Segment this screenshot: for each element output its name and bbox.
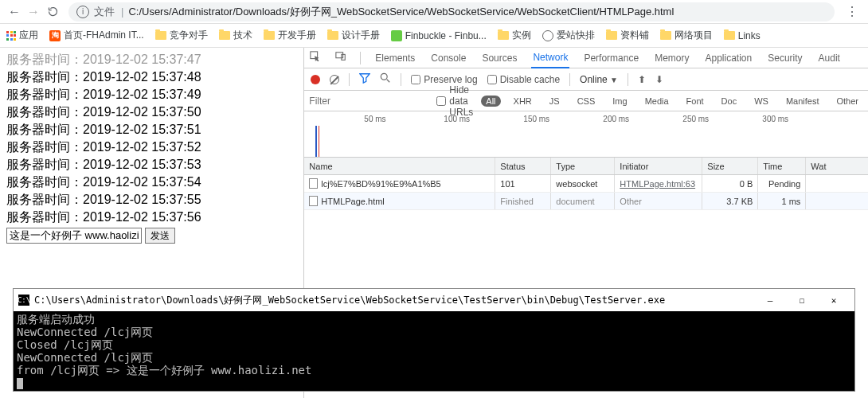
- server-time-line: 服务器时间：2019-12-02 15:37:55: [6, 191, 297, 209]
- folder-icon: [264, 31, 275, 40]
- server-time-line: 服务器时间：2019-12-02 15:37:53: [6, 156, 297, 174]
- globe-icon: [542, 30, 553, 41]
- tab-elements[interactable]: Elements: [373, 48, 416, 68]
- tab-network[interactable]: Network: [531, 48, 569, 68]
- filter-input[interactable]: [309, 96, 428, 107]
- initiator-link[interactable]: HTMLPage.html:63: [620, 179, 695, 189]
- network-row[interactable]: lcj%E7%BD%91%E9%A1%B5 101 websocket HTML…: [304, 175, 868, 193]
- folder-icon: [606, 31, 617, 40]
- filter-manifest[interactable]: Manifest: [781, 96, 824, 107]
- send-button[interactable]: 发送: [145, 228, 175, 244]
- filter-css[interactable]: CSS: [573, 96, 600, 107]
- back-button[interactable]: ←: [5, 2, 24, 21]
- bookmark-item[interactable]: Links: [724, 30, 760, 41]
- browser-toolbar: ← → i 文件 | C:/Users/Administrator/Downlo…: [0, 0, 868, 24]
- upload-icon[interactable]: ⬆: [638, 74, 646, 85]
- timeline-marker: [315, 126, 317, 157]
- minimize-button[interactable]: —: [754, 289, 786, 311]
- devtools-tab-bar: Elements Console Sources Network Perform…: [304, 48, 868, 68]
- filter-all[interactable]: All: [481, 96, 500, 107]
- col-status[interactable]: Status: [495, 158, 551, 174]
- search-icon[interactable]: [380, 72, 391, 86]
- filter-js[interactable]: JS: [545, 96, 565, 107]
- bookmark-item[interactable]: 资料铺: [606, 29, 649, 42]
- server-time-line: 服务器时间：2019-12-02 15:37:56: [6, 209, 297, 226]
- tab-performance[interactable]: Performance: [582, 48, 640, 68]
- tab-security[interactable]: Security: [766, 48, 803, 68]
- col-name[interactable]: Name: [304, 158, 495, 174]
- tab-audits[interactable]: Audit: [817, 48, 842, 68]
- online-dropdown[interactable]: Online ▼: [580, 74, 618, 85]
- folder-icon: [660, 31, 671, 40]
- bookmark-item[interactable]: Finbuckle - Finbu...: [391, 30, 487, 41]
- bookmark-item[interactable]: 淘首页-FHAdmin IT...: [49, 29, 144, 42]
- filter-media[interactable]: Media: [640, 96, 674, 107]
- bookmark-item[interactable]: 爱站快排: [542, 29, 595, 42]
- server-time-line: 服务器时间：2019-12-02 15:37:52: [6, 139, 297, 156]
- clear-button[interactable]: [330, 75, 339, 84]
- console-window: C:\ C:\Users\Administrator\Downloads\好例子…: [13, 288, 855, 392]
- network-timeline[interactable]: 50 ms 100 ms 150 ms 200 ms 250 ms 300 ms: [304, 111, 868, 158]
- preserve-log-checkbox[interactable]: Preserve log: [411, 74, 477, 85]
- close-button[interactable]: ✕: [818, 289, 850, 311]
- network-filter-bar: Hide data URLs All XHR JS CSS Img Media …: [304, 91, 868, 111]
- timeline-marker-load: [319, 126, 319, 157]
- network-table-header: Name Status Type Initiator Size Time Wat: [304, 158, 868, 175]
- maximize-button[interactable]: ☐: [786, 289, 818, 311]
- col-type[interactable]: Type: [551, 158, 615, 174]
- console-titlebar[interactable]: C:\ C:\Users\Administrator\Downloads\好例子…: [14, 289, 854, 311]
- bookmark-item[interactable]: 实例: [498, 29, 531, 42]
- filter-other[interactable]: Other: [831, 96, 863, 107]
- bookmark-item[interactable]: 技术: [219, 29, 252, 42]
- folder-icon: [724, 31, 735, 40]
- console-output: 服务端启动成功 NewConnected /lcj网页 Closed /lcj网…: [14, 311, 854, 391]
- bookmark-item[interactable]: 设计手册: [327, 29, 380, 42]
- disable-cache-checkbox[interactable]: Disable cache: [487, 74, 560, 85]
- col-size[interactable]: Size: [702, 158, 758, 174]
- folder-icon: [155, 31, 166, 40]
- reload-button[interactable]: [43, 2, 62, 21]
- apps-button[interactable]: 应用: [6, 29, 38, 42]
- file-icon: [309, 178, 318, 189]
- address-path: C:/Users/Administrator/Downloads/好例子网_We…: [128, 5, 674, 19]
- download-icon[interactable]: ⬇: [655, 74, 663, 85]
- tab-console[interactable]: Console: [429, 48, 467, 68]
- filter-toggle-icon[interactable]: [359, 72, 370, 86]
- device-icon[interactable]: [334, 51, 347, 64]
- record-button[interactable]: [311, 75, 320, 84]
- server-time-line: 服务器时间：2019-12-02 15:37:54: [6, 174, 297, 191]
- col-initiator[interactable]: Initiator: [615, 158, 702, 174]
- tab-sources[interactable]: Sources: [480, 48, 518, 68]
- address-file-label: 文件: [94, 5, 115, 19]
- folder-icon: [219, 31, 230, 40]
- tab-application[interactable]: Application: [703, 48, 753, 68]
- tab-memory[interactable]: Memory: [653, 48, 690, 68]
- bookmark-item[interactable]: 网络项目: [660, 29, 713, 42]
- message-input[interactable]: [6, 228, 142, 244]
- col-waterfall[interactable]: Wat: [806, 158, 868, 174]
- network-toolbar: Preserve log Disable cache Online ▼ ⬆ ⬇: [304, 68, 868, 91]
- filter-doc[interactable]: Doc: [717, 96, 742, 107]
- col-time[interactable]: Time: [758, 158, 806, 174]
- svg-line-4: [387, 80, 390, 83]
- filter-xhr[interactable]: XHR: [509, 96, 537, 107]
- chrome-menu-button[interactable]: ⋮: [841, 4, 863, 19]
- filter-ws[interactable]: WS: [749, 96, 773, 107]
- filter-img[interactable]: Img: [608, 96, 631, 107]
- bookmark-item[interactable]: 开发手册: [264, 29, 316, 42]
- network-row[interactable]: HTMLPage.html Finished document Other 3.…: [304, 193, 868, 210]
- apps-icon: [6, 31, 16, 41]
- server-time-line: 服务器时间：2019-12-02 15:37:48: [6, 68, 297, 86]
- info-icon: i: [76, 6, 89, 18]
- taobao-icon: 淘: [49, 30, 61, 41]
- inspect-icon[interactable]: [309, 51, 322, 64]
- bookmark-item[interactable]: 竞争对手: [155, 29, 208, 42]
- file-icon: [309, 196, 318, 206]
- filter-font[interactable]: Font: [682, 96, 709, 107]
- folder-icon: [327, 31, 338, 40]
- forward-button[interactable]: →: [24, 2, 43, 21]
- address-bar[interactable]: i 文件 | C:/Users/Administrator/Downloads/…: [68, 2, 835, 21]
- server-time-line: 服务器时间：2019-12-02 15:37:47: [6, 51, 297, 68]
- cmd-icon: C:\: [18, 295, 29, 306]
- cursor: [17, 378, 23, 389]
